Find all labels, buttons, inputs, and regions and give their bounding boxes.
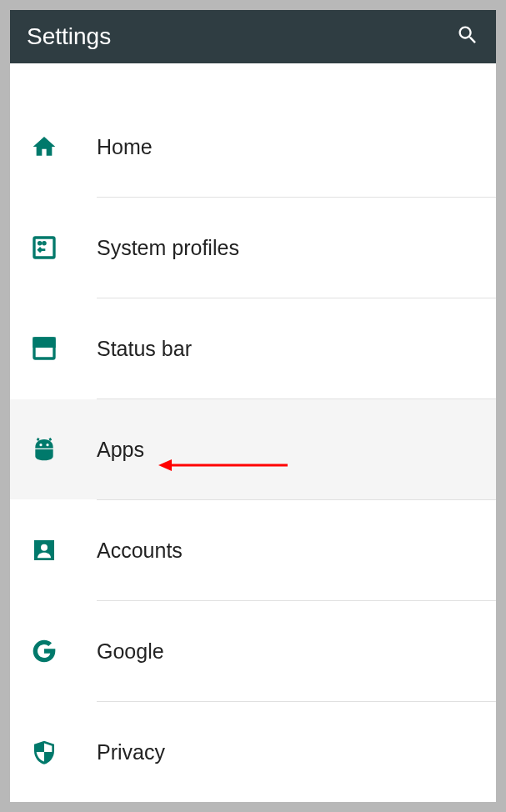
settings-list: Home System profiles Statu	[10, 63, 496, 802]
apps-icon	[27, 436, 62, 463]
settings-item-status-bar[interactable]: Status bar	[10, 298, 496, 398]
svg-point-2	[43, 243, 45, 244]
svg-rect-0	[34, 238, 54, 258]
item-label: Privacy	[97, 740, 165, 764]
svg-point-7	[41, 544, 48, 551]
profiles-icon	[27, 234, 62, 261]
item-label: Home	[97, 135, 153, 159]
google-icon	[27, 638, 62, 664]
svg-rect-4	[34, 338, 54, 346]
svg-point-6	[46, 444, 48, 446]
svg-point-5	[39, 444, 42, 446]
settings-item-accounts[interactable]: Accounts	[10, 500, 496, 600]
item-label: Accounts	[97, 539, 183, 563]
svg-point-1	[39, 243, 41, 244]
item-label: Google	[97, 639, 164, 664]
settings-item-privacy[interactable]: Privacy	[10, 702, 496, 802]
privacy-icon	[27, 739, 62, 765]
app-header: Settings	[10, 10, 496, 63]
settings-item-system-profiles[interactable]: System profiles	[10, 198, 496, 298]
settings-screen: Settings Home	[10, 10, 496, 802]
accounts-icon	[27, 537, 62, 564]
page-title: Settings	[27, 23, 111, 50]
settings-item-apps[interactable]: Apps	[10, 399, 496, 499]
item-label: Status bar	[97, 337, 192, 361]
search-icon[interactable]	[456, 23, 479, 50]
statusbar-icon	[27, 335, 62, 362]
settings-item-home[interactable]: Home	[10, 97, 496, 197]
settings-item-google[interactable]: Google	[10, 601, 496, 701]
item-label: Apps	[97, 438, 144, 462]
item-label: System profiles	[97, 236, 239, 260]
home-icon	[27, 133, 62, 160]
